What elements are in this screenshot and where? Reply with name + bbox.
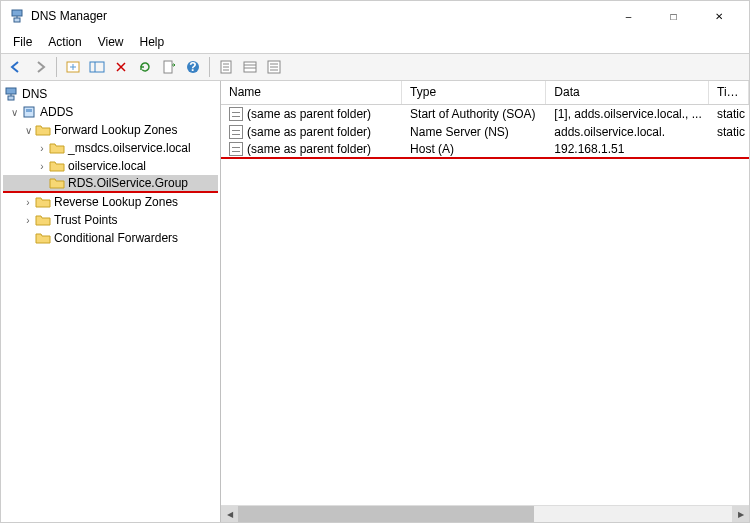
cell-type: Start of Authority (SOA) (402, 107, 546, 121)
new-button[interactable] (62, 56, 84, 78)
forward-button[interactable] (29, 56, 51, 78)
cell-type: Host (A) (402, 142, 546, 156)
collapse-icon[interactable]: ∨ (7, 107, 21, 118)
tree-label: _msdcs.oilservice.local (68, 141, 191, 155)
detail-button[interactable] (239, 56, 261, 78)
menu-help[interactable]: Help (132, 33, 173, 51)
svg-rect-4 (90, 62, 104, 72)
tree-trust-points[interactable]: › Trust Points (3, 211, 218, 229)
expand-icon[interactable]: › (21, 197, 35, 208)
folder-icon (35, 122, 51, 138)
tree-forward-lookup-zones[interactable]: ∨ Forward Lookup Zones (3, 121, 218, 139)
cell-data: adds.oilservice.local. (546, 125, 709, 139)
folder-icon (49, 175, 65, 191)
tree-panel[interactable]: DNS ∨ ADDS ∨ Forward Lookup Zones › _msd… (1, 81, 221, 522)
list-header: Name Type Data Timestamp (221, 81, 749, 105)
svg-text:?: ? (189, 60, 196, 74)
record-row[interactable]: (same as parent folder) Start of Authori… (221, 105, 749, 123)
help-button[interactable]: ? (182, 56, 204, 78)
svg-rect-6 (164, 61, 172, 73)
cell-name: (same as parent folder) (221, 142, 402, 156)
record-icon (229, 142, 243, 156)
tree-label: ADDS (40, 105, 73, 119)
tree-label: Trust Points (54, 213, 118, 227)
cell-timestamp: static (709, 125, 749, 139)
svg-rect-24 (26, 109, 32, 112)
content-area: DNS ∨ ADDS ∨ Forward Lookup Zones › _msd… (1, 81, 749, 522)
tree-label: Conditional Forwarders (54, 231, 178, 245)
cell-name: (same as parent folder) (221, 107, 402, 121)
close-button[interactable]: ✕ (696, 1, 741, 31)
back-button[interactable] (5, 56, 27, 78)
record-row[interactable]: (same as parent folder) Name Server (NS)… (221, 123, 749, 141)
refresh-button[interactable] (134, 56, 156, 78)
column-data[interactable]: Data (546, 81, 709, 104)
tree-label: Forward Lookup Zones (54, 123, 177, 137)
record-name: (same as parent folder) (247, 142, 371, 156)
menubar: File Action View Help (1, 31, 749, 53)
list-panel: Name Type Data Timestamp (same as parent… (221, 81, 749, 522)
app-icon (9, 8, 25, 24)
column-name[interactable]: Name (221, 81, 402, 104)
column-timestamp[interactable]: Timestamp (709, 81, 749, 104)
folder-icon (35, 194, 51, 210)
export-button[interactable] (158, 56, 180, 78)
scroll-right-button[interactable]: ▶ (732, 506, 749, 523)
cell-name: (same as parent folder) (221, 125, 402, 139)
svg-rect-21 (8, 96, 14, 100)
scroll-track[interactable] (238, 506, 732, 523)
cell-timestamp: static (709, 107, 749, 121)
svg-rect-1 (14, 18, 20, 22)
tree-zone-rds[interactable]: RDS.OilService.Group (3, 175, 218, 193)
tree-reverse-lookup-zones[interactable]: › Reverse Lookup Zones (3, 193, 218, 211)
properties-button[interactable] (215, 56, 237, 78)
show-hide-button[interactable] (86, 56, 108, 78)
expand-icon[interactable]: › (35, 161, 49, 172)
svg-rect-0 (12, 10, 22, 16)
menu-file[interactable]: File (5, 33, 40, 51)
dns-icon (3, 86, 19, 102)
record-row[interactable]: (same as parent folder) Host (A) 192.168… (221, 141, 749, 159)
tree-root-dns[interactable]: DNS (3, 85, 218, 103)
cell-data: 192.168.1.51 (546, 142, 709, 156)
column-type[interactable]: Type (402, 81, 546, 104)
record-name: (same as parent folder) (247, 107, 371, 121)
filter-button[interactable] (263, 56, 285, 78)
expand-icon[interactable]: › (35, 143, 49, 154)
horizontal-scrollbar[interactable]: ◀ ▶ (221, 505, 749, 522)
record-icon (229, 125, 243, 139)
delete-button[interactable] (110, 56, 132, 78)
svg-rect-13 (244, 62, 256, 72)
toolbar: ? (1, 53, 749, 81)
record-name: (same as parent folder) (247, 125, 371, 139)
tree-label: DNS (22, 87, 47, 101)
folder-icon (49, 140, 65, 156)
window-controls: – □ ✕ (606, 1, 741, 31)
maximize-button[interactable]: □ (651, 1, 696, 31)
menu-view[interactable]: View (90, 33, 132, 51)
window-title: DNS Manager (31, 9, 606, 23)
list-body[interactable]: (same as parent folder) Start of Authori… (221, 105, 749, 505)
tree-zone-msdcs[interactable]: › _msdcs.oilservice.local (3, 139, 218, 157)
scroll-left-button[interactable]: ◀ (221, 506, 238, 523)
svg-rect-20 (6, 88, 16, 94)
tree-zone-oilservice[interactable]: › oilservice.local (3, 157, 218, 175)
toolbar-separator (56, 57, 57, 77)
tree-label: Reverse Lookup Zones (54, 195, 178, 209)
cell-data: [1], adds.oilservice.local., ... (546, 107, 709, 121)
folder-icon (35, 230, 51, 246)
tree-label: RDS.OilService.Group (68, 176, 188, 190)
collapse-icon[interactable]: ∨ (21, 125, 35, 136)
tree-label: oilservice.local (68, 159, 146, 173)
server-icon (21, 104, 37, 120)
cell-type: Name Server (NS) (402, 125, 546, 139)
tree-conditional-forwarders[interactable]: Conditional Forwarders (3, 229, 218, 247)
scroll-thumb[interactable] (238, 506, 534, 523)
toolbar-separator (209, 57, 210, 77)
record-icon (229, 107, 243, 121)
tree-server[interactable]: ∨ ADDS (3, 103, 218, 121)
menu-action[interactable]: Action (40, 33, 89, 51)
expand-icon[interactable]: › (21, 215, 35, 226)
minimize-button[interactable]: – (606, 1, 651, 31)
folder-icon (35, 212, 51, 228)
